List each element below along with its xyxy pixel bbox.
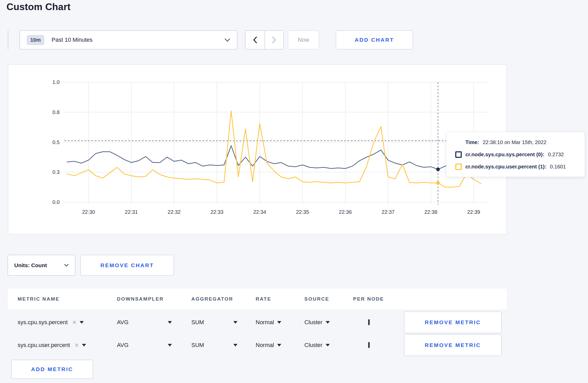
remove-chart-label: REMOVE CHART [100,262,154,268]
hover-point [436,168,440,171]
remove-metric-label: REMOVE METRIC [425,342,481,348]
time-range-select[interactable]: 10m Past 10 Minutes [19,30,237,49]
add-chart-label: ADD CHART [355,37,394,43]
col-header-metric-name: METRIC NAME [18,296,117,302]
aggregator-value: SUM [191,342,204,349]
source-value: Cluster [304,342,323,349]
per-node-checkbox[interactable] [368,342,370,348]
time-range-label: Past 10 Minutes [52,37,93,43]
col-header-downsampler: DOWNSAMPLER [117,296,191,302]
aggregator-select[interactable]: SUM [191,319,237,326]
rate-value: Normal [256,342,274,349]
tooltip-series-label: cr.node.sys.cpu.user.percent (1): [465,163,546,170]
add-metric-button[interactable]: ADD METRIC [11,360,93,379]
units-label: Units: Count [14,262,47,268]
caret-down-icon [233,344,237,346]
x-tick-label: 22:37 [382,209,395,215]
remove-chart-button[interactable]: REMOVE CHART [80,255,174,276]
y-tick-label: 0.8 [52,109,60,115]
tooltip-series-label: cr.node.sys.cpu.sys.percent (0): [465,151,544,158]
x-tick-label: 22:33 [211,209,223,215]
downsampler-value: AVG [117,319,129,326]
toolbar-divider [8,30,8,49]
rate-value: Normal [256,319,274,326]
series-swatch-sys [455,151,462,158]
chart-hover-tooltip: Time: 22:38:10 on Mar 15th, 2022 cr.node… [446,132,585,177]
chevron-right-icon [272,37,276,43]
y-tick-label: 0.5 [52,139,60,145]
prev-range-button[interactable] [246,31,264,49]
chevron-left-icon [253,37,257,43]
time-nav-arrows [245,30,284,49]
downsampler-select[interactable]: AVG [117,319,172,326]
x-tick-label: 22:38 [424,209,437,215]
x-tick-label: 22:30 [82,209,95,215]
col-header-rate: RATE [256,296,304,302]
metric-name-value: sys.cpu.sys.percent [18,319,68,326]
downsampler-select[interactable]: AVG [117,342,172,349]
hover-point [436,181,440,185]
page-title: Custom Chart [6,2,71,12]
y-tick-label: 0.3 [52,169,60,175]
time-scale-badge: 10m [27,35,44,45]
clear-metric-icon[interactable]: × [72,319,76,326]
col-header-source: SOURCE [304,296,353,302]
source-select[interactable]: Cluster [304,319,353,326]
metric-name-select[interactable]: sys.cpu.sys.percent × [18,319,117,326]
x-tick-label: 22:39 [467,209,480,215]
per-node-checkbox[interactable] [368,319,370,325]
caret-down-icon [233,321,237,324]
now-button[interactable]: Now [288,30,319,49]
remove-metric-button[interactable]: REMOVE METRIC [404,334,502,356]
metric-row: sys.cpu.sys.percent × AVG SUM Normal Clu… [8,311,507,334]
x-tick-label: 22:36 [339,209,352,215]
caret-down-icon [326,321,330,324]
aggregator-select[interactable]: SUM [191,342,237,349]
series-line [67,111,481,187]
timeseries-chart[interactable]: 0.00.30.50.81.022:3022:3122:3222:3322:34… [8,65,506,234]
y-tick-label: 0.0 [52,199,60,205]
tooltip-series-value: 0.2732 [548,151,564,158]
metric-row: sys.cpu.user.percent × AVG SUM Normal Cl… [8,334,507,357]
now-button-label: Now [298,37,309,43]
x-tick-label: 22:35 [296,209,309,215]
series-swatch-user [455,164,462,170]
downsampler-value: AVG [117,342,129,349]
metric-name-select[interactable]: sys.cpu.user.percent × [18,342,117,349]
caret-down-icon [277,321,281,324]
caret-down-icon [326,344,330,346]
aggregator-value: SUM [191,319,204,326]
next-range-button[interactable] [264,31,283,49]
caret-down-icon [168,321,172,324]
tooltip-series-value: 0.1601 [550,163,566,170]
metric-name-value: sys.cpu.user.percent [18,342,70,349]
col-header-per-node: PER NODE [353,296,407,302]
clear-metric-icon[interactable]: × [75,342,79,349]
tooltip-time-value: 22:38:10 on Mar 15th, 2022 [483,139,547,146]
chart-card: 0.00.30.50.81.022:3022:3122:3222:3322:34… [8,64,507,235]
x-tick-label: 22:32 [168,209,181,215]
rate-select[interactable]: Normal [256,319,304,326]
add-chart-button[interactable]: ADD CHART [336,30,413,49]
x-tick-label: 22:34 [253,209,266,215]
chevron-down-icon [64,264,69,267]
caret-down-icon [82,344,86,346]
source-value: Cluster [304,319,323,326]
caret-down-icon [168,344,172,346]
units-select[interactable]: Units: Count [8,255,75,276]
tooltip-time-label: Time: [465,139,479,146]
source-select[interactable]: Cluster [304,342,353,349]
rate-select[interactable]: Normal [256,342,304,349]
col-header-aggregator: AGGREGATOR [191,296,256,302]
add-metric-label: ADD METRIC [31,366,73,372]
series-line [67,146,481,169]
caret-down-icon [277,344,281,346]
chevron-down-icon [225,38,230,42]
metrics-table-header: METRIC NAME DOWNSAMPLER AGGREGATOR RATE … [8,289,507,309]
caret-down-icon [80,321,84,324]
remove-metric-label: REMOVE METRIC [425,319,481,325]
x-tick-label: 22:31 [125,209,138,215]
remove-metric-button[interactable]: REMOVE METRIC [404,311,502,333]
y-tick-label: 1.0 [52,79,60,85]
